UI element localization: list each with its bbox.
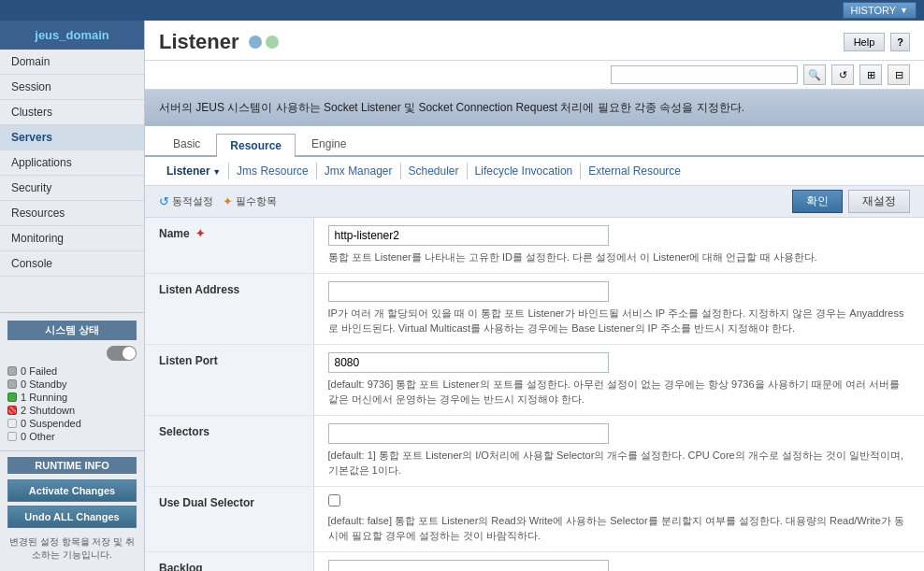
star-icon: ✦: [223, 194, 233, 208]
name-input[interactable]: [328, 225, 609, 246]
field-value-name: 통합 포트 Listener를 나타내는 고유한 ID를 설정한다. 다른 설정…: [313, 218, 924, 273]
activate-changes-button[interactable]: Activate Changes: [7, 479, 137, 502]
sidebar-item-session[interactable]: Session: [0, 75, 144, 100]
sub-nav-jmx-manager[interactable]: Jmx Manager: [317, 163, 401, 179]
sidebar-item-console[interactable]: Console: [0, 251, 144, 277]
listen-port-desc: [default: 9736] 통합 포트 Listener의 포트를 설정한다…: [328, 377, 911, 407]
listen-address-desc: IP가 여러 개 할당되어 있을 때 이 통합 포트 Listener가 바인드…: [328, 306, 911, 336]
sidebar-item-servers[interactable]: Servers: [0, 125, 144, 150]
status-dot-other: [7, 432, 17, 441]
system-status-title: 시스템 상태: [7, 321, 137, 340]
top-bar: HISTORY: [0, 0, 924, 21]
refresh-button[interactable]: ↺: [831, 64, 854, 85]
toggle-knob: [123, 347, 136, 360]
form-body: Name ✦ 통합 포트 Listener를 나타내는 고유한 ID를 설정한다…: [145, 218, 924, 571]
status-dot-shutdown: [7, 406, 17, 415]
export-button[interactable]: ⊞: [859, 64, 882, 85]
search-button[interactable]: 🔍: [803, 64, 826, 85]
form-row-name: Name ✦ 통합 포트 Listener를 나타내는 고유한 ID를 설정한다…: [145, 218, 924, 273]
status-dot-suspended: [7, 419, 17, 428]
page-title: Listener: [159, 30, 239, 54]
selectors-desc: [default: 1] 통합 포트 Listener의 I/O처리에 사용할 …: [328, 448, 911, 478]
sidebar-item-resources[interactable]: Resources: [0, 201, 144, 226]
backlog-input[interactable]: [328, 560, 609, 571]
toggle-switch[interactable]: [107, 346, 137, 361]
required-text: 필수항목: [236, 194, 277, 208]
sub-nav-listener[interactable]: Listener: [159, 163, 229, 179]
content-header: Listener Help ?: [145, 21, 924, 61]
status-label-running: 1 Running: [21, 392, 67, 403]
field-label-name: Name ✦: [145, 218, 313, 273]
form-toolbar-left: ↺ 동적설정 ✦ 필수항목: [159, 194, 277, 208]
dual-selector-desc: [default: false] 통합 포트 Listener의 Read와 W…: [328, 513, 911, 544]
sidebar-item-monitoring[interactable]: Monitoring: [0, 226, 144, 251]
sub-nav-jms-resource[interactable]: Jms Resource: [229, 163, 317, 179]
system-status: 시스템 상태 0 Failed 0 Standby: [0, 312, 144, 450]
main-layout: jeus_domain Domain Session Clusters Serv…: [0, 21, 924, 571]
runtime-info-title: RUNTIME INFO: [7, 457, 137, 474]
app-wrapper: HISTORY jeus_domain Domain Session Clust…: [0, 0, 924, 571]
form-row-listen-address: Listen Address IP가 여러 개 할당되어 있을 때 이 통합 포…: [145, 273, 924, 344]
sidebar: jeus_domain Domain Session Clusters Serv…: [0, 21, 145, 571]
sidebar-nav: Domain Session Clusters Servers Applicat…: [0, 50, 144, 312]
sidebar-item-domain[interactable]: Domain: [0, 50, 144, 75]
status-toggle: [7, 346, 137, 361]
reset-button[interactable]: 재설정: [848, 190, 910, 213]
header-dot-blue: [249, 36, 262, 49]
confirm-button[interactable]: 확인: [792, 190, 843, 213]
form-table: Name ✦ 통합 포트 Listener를 나타내는 고유한 ID를 설정한다…: [145, 218, 924, 571]
main-content: Listener Help ? 🔍 ↺ ⊞ ⊟: [145, 21, 924, 571]
form-row-listen-port: Listen Port [default: 9736] 통합 포트 Listen…: [145, 344, 924, 415]
sidebar-note: 변경된 설정 항목을 저장 및 취소하는 기능입니다.: [7, 532, 137, 565]
field-value-listen-address: IP가 여러 개 할당되어 있을 때 이 통합 포트 Listener가 바인드…: [313, 273, 924, 344]
sidebar-item-clusters[interactable]: Clusters: [0, 100, 144, 125]
listen-address-input[interactable]: [328, 281, 609, 302]
sub-nav-external[interactable]: External Resource: [581, 163, 688, 179]
status-label-suspended: 0 Suspended: [21, 418, 81, 429]
field-label-dual-selector: Use Dual Selector: [145, 486, 313, 551]
sidebar-item-applications[interactable]: Applications: [0, 150, 144, 176]
help-button[interactable]: Help: [844, 33, 886, 51]
tab-resource[interactable]: Resource: [216, 134, 296, 157]
field-label-listen-port: Listen Port: [145, 344, 313, 415]
desc-text: 서버의 JEUS 시스템이 사용하는 Socket Listener 및 Soc…: [159, 99, 910, 117]
status-row-failed: 0 Failed: [7, 364, 137, 378]
status-row-standby: 0 Standby: [7, 378, 137, 391]
search-toolbar: 🔍 ↺ ⊞ ⊟: [145, 61, 924, 90]
sidebar-actions: RUNTIME INFO Activate Changes Undo ALL C…: [0, 450, 144, 571]
search-input[interactable]: [611, 65, 798, 84]
form-row-backlog: Backlog [default: 128] 통합 포트 Listener에 대…: [145, 551, 924, 571]
sub-nav-scheduler[interactable]: Scheduler: [401, 163, 468, 179]
domain-title[interactable]: jeus_domain: [0, 21, 144, 50]
status-row-suspended: 0 Suspended: [7, 417, 137, 430]
status-row-shutdown: 2 Shutdown: [7, 404, 137, 417]
status-label-other: 0 Other: [21, 431, 55, 442]
form-row-dual-selector: Use Dual Selector [default: false] 통합 포트…: [145, 486, 924, 551]
more-button[interactable]: ⊟: [888, 64, 910, 85]
dual-selector-checkbox[interactable]: [328, 494, 340, 507]
status-dot-standby: [7, 379, 17, 389]
sub-nav-lifecycle[interactable]: Lifecycle Invocation: [468, 163, 582, 179]
tab-basic[interactable]: Basic: [159, 132, 214, 155]
status-row-other: 0 Other: [7, 430, 137, 443]
status-dot-failed: [7, 366, 17, 376]
required-label: ✦ 필수항목: [223, 194, 277, 208]
tab-engine[interactable]: Engine: [297, 132, 360, 155]
selectors-input[interactable]: [328, 423, 609, 444]
form-toolbar-right: 확인 재설정: [792, 190, 910, 213]
form-row-selectors: Selectors [default: 1] 통합 포트 Listener의 I…: [145, 415, 924, 486]
dynamic-setting-text: 동적설정: [172, 194, 213, 208]
undo-changes-button[interactable]: Undo ALL Changes: [7, 506, 137, 528]
form-toolbar: ↺ 동적설정 ✦ 필수항목 확인 재설정: [145, 186, 924, 218]
sidebar-item-security[interactable]: Security: [0, 176, 144, 201]
field-value-listen-port: [default: 9736] 통합 포트 Listener의 포트를 설정한다…: [313, 344, 924, 415]
history-button[interactable]: HISTORY: [843, 2, 917, 19]
listen-port-input[interactable]: [328, 352, 609, 373]
status-label-shutdown: 2 Shutdown: [21, 405, 75, 416]
status-label-standby: 0 Standby: [21, 378, 67, 390]
status-label-failed: 0 Failed: [21, 365, 57, 377]
help-icon-button[interactable]: ?: [890, 33, 910, 51]
refresh-icon: ↺: [159, 194, 169, 208]
field-label-backlog: Backlog: [145, 551, 313, 571]
status-row-running: 1 Running: [7, 391, 137, 404]
